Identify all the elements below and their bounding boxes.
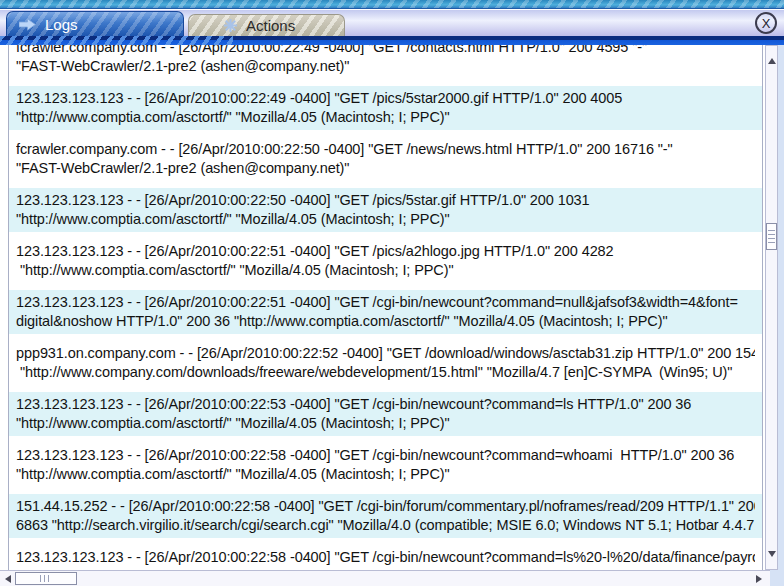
close-button-label: X: [762, 16, 771, 31]
log-line: fcrawler.company.com - - [26/Apr/2010:00…: [16, 140, 755, 159]
log-entry: fcrawler.company.com - - [26/Apr/2010:00…: [9, 45, 762, 79]
log-line: "http://www.comptia.com/asctortf/" "Mozi…: [16, 414, 755, 433]
vertical-scrollbar[interactable]: [765, 45, 778, 570]
tab-logs-label: Logs: [45, 16, 78, 33]
log-line: 123.123.123.123 - - [26/Apr/2010:00:22:5…: [16, 293, 755, 312]
log-entry: ppp931.on.company.com - - [26/Apr/2010:0…: [9, 341, 762, 385]
log-line: 151.44.15.252 - - [26/Apr/2010:00:22:58 …: [16, 497, 755, 516]
log-entry: fcrawler.company.com - - [26/Apr/2010:00…: [9, 137, 762, 181]
log-line: digital&noshow HTTP/1.0" 200 36 "http://…: [16, 312, 755, 331]
log-entry: 123.123.123.123 - - [26/Apr/2010:00:22:5…: [9, 545, 762, 570]
log-entry: 123.123.123.123 - - [26/Apr/2010:00:22:5…: [9, 239, 762, 283]
scroll-up-arrow-icon[interactable]: [768, 58, 776, 64]
horizontal-scrollbar[interactable]: [0, 570, 770, 586]
active-tab-underline: [0, 36, 784, 45]
snowflake-icon: [223, 18, 238, 33]
log-line: 123.123.123.123 - - [26/Apr/2010:00:22:5…: [16, 191, 755, 210]
window-right-margin: [778, 45, 784, 586]
log-list: fcrawler.company.com - - [26/Apr/2010:00…: [9, 45, 762, 570]
scroll-down-arrow-icon[interactable]: [768, 551, 776, 557]
log-entry: 123.123.123.123 - - [26/Apr/2010:00:22:5…: [9, 443, 762, 487]
scroll-left-arrow-icon[interactable]: [5, 575, 11, 583]
log-line: 123.123.123.123 - - [26/Apr/2010:00:22:5…: [16, 548, 755, 567]
tab-actions-label: Actions: [246, 17, 295, 34]
log-entry: 123.123.123.123 - - [26/Apr/2010:00:22:4…: [9, 86, 762, 130]
log-line: ppp931.on.company.com - - [26/Apr/2010:0…: [16, 344, 755, 363]
log-entry: 123.123.123.123 - - [26/Apr/2010:00:22:5…: [9, 188, 762, 232]
log-line: "FAST-WebCrawler/2.1-pre2 (ashen@company…: [16, 159, 755, 178]
close-button[interactable]: X: [755, 12, 777, 34]
horizontal-scrollbar-thumb[interactable]: [15, 572, 77, 585]
log-line: "http://www.comptia.com/asctortf/" "Mozi…: [16, 108, 755, 127]
log-line: 6863 "http://search.virgilio.it/search/c…: [16, 516, 755, 535]
arrow-right-icon: [19, 18, 36, 31]
log-line: 123.123.123.123 - - [26/Apr/2010:00:22:5…: [16, 242, 755, 261]
log-line: "http://www.comptia.com/asctortf/" "Mozi…: [16, 465, 755, 484]
log-entry: 123.123.123.123 - - [26/Apr/2010:00:22:5…: [9, 290, 762, 334]
log-line: 123.123.123.123 - - [26/Apr/2010:00:22:5…: [16, 395, 755, 414]
log-line: 123.123.123.123 - - [26/Apr/2010:00:22:4…: [16, 89, 755, 108]
vertical-scrollbar-thumb[interactable]: [766, 223, 777, 250]
scrollbar-corner: [770, 570, 784, 586]
log-line: "http://www.company.com/downloads/freewa…: [16, 363, 755, 382]
log-line: 123.123.123.123 - - [26/Apr/2010:00:22:5…: [16, 446, 755, 465]
log-viewer-window: Logs Actions X fcrawler.company.com - - …: [0, 0, 784, 586]
scroll-right-arrow-icon[interactable]: [756, 575, 762, 583]
log-line: "http://www.comptia.com/asctortf/" "Mozi…: [16, 210, 755, 229]
tab-actions[interactable]: Actions: [188, 14, 345, 36]
window-top-strip: [0, 0, 784, 9]
log-entry: 123.123.123.123 - - [26/Apr/2010:00:22:5…: [9, 392, 762, 436]
log-entry: 151.44.15.252 - - [26/Apr/2010:00:22:58 …: [9, 494, 762, 538]
tab-logs[interactable]: Logs: [6, 11, 184, 36]
tab-bar: Logs Actions X: [0, 10, 784, 36]
log-line: "FAST-WebCrawler/2.1-pre2 (ashen@company…: [16, 57, 755, 76]
log-panel[interactable]: fcrawler.company.com - - [26/Apr/2010:00…: [8, 45, 763, 570]
log-line: fcrawler.company.com - - [26/Apr/2010:00…: [16, 45, 755, 57]
log-line: "http://www.comptia.com/asctortf/" "Mozi…: [16, 261, 755, 280]
